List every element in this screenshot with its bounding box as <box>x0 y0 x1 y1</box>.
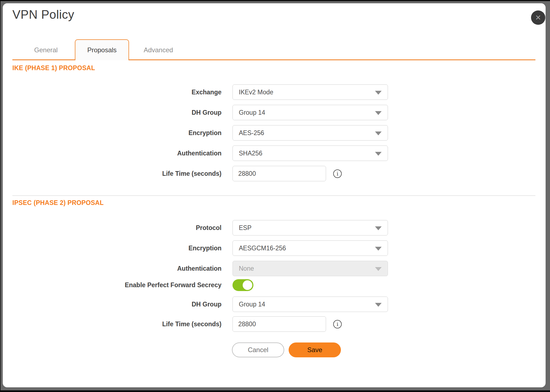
authentication-p2-label: Authentication <box>12 265 232 272</box>
form-row-protocol: Protocol ESP <box>12 220 425 235</box>
chevron-down-icon <box>375 303 382 307</box>
save-button-label: Save <box>307 346 322 354</box>
form-row-encryption-p2: Encryption AESGCM16-256 <box>12 240 425 256</box>
dh-group-p2-dropdown[interactable]: Group 14 <box>232 297 388 312</box>
form-row-dh-group-p2: DH Group Group 14 <box>12 297 425 312</box>
tab-general[interactable]: General <box>17 41 75 59</box>
exchange-label: Exchange <box>12 89 232 96</box>
form-row-pfs: Enable Perfect Forward Secrecy <box>12 279 425 291</box>
tab-proposals[interactable]: Proposals <box>75 39 129 60</box>
form-row-encryption-p1: Encryption AES-256 <box>12 125 425 141</box>
dh-group-p2-selected-value: Group 14 <box>239 301 265 308</box>
info-icon[interactable]: i <box>333 320 342 328</box>
chevron-down-icon <box>375 267 382 271</box>
pfs-label: Enable Perfect Forward Secrecy <box>12 281 232 289</box>
info-icon-glyph: i <box>336 321 338 327</box>
dh-group-p1-dropdown[interactable]: Group 14 <box>232 105 388 120</box>
pfs-toggle-on[interactable] <box>232 279 253 291</box>
exchange-selected-value: IKEv2 Mode <box>239 89 273 96</box>
chevron-down-icon <box>375 111 382 115</box>
lifetime-p1-input[interactable] <box>232 166 326 181</box>
protocol-selected-value: ESP <box>239 224 251 232</box>
lifetime-p2-label: Life Time (seconds) <box>12 320 232 328</box>
tab-advanced-label: Advanced <box>144 46 173 54</box>
dh-group-p1-selected-value: Group 14 <box>239 109 265 116</box>
close-icon[interactable]: ✕ <box>531 10 545 25</box>
close-icon-glyph: ✕ <box>535 14 541 21</box>
dh-group-p2-label: DH Group <box>12 301 232 308</box>
save-button[interactable]: Save <box>289 342 341 357</box>
encryption-p1-label: Encryption <box>12 129 232 137</box>
encryption-p1-dropdown[interactable]: AES-256 <box>232 125 388 141</box>
authentication-p2-selected-value: None <box>239 265 254 272</box>
tab-advanced[interactable]: Advanced <box>129 41 188 59</box>
info-icon-glyph: i <box>336 171 338 177</box>
page-title: VPN Policy <box>12 8 74 21</box>
chevron-down-icon <box>375 131 382 135</box>
form-row-dh-group-p1: DH Group Group 14 <box>12 105 425 120</box>
section-title-ipsec-phase2: IPSEC (PHASE 2) PROPOSAL <box>12 199 104 207</box>
authentication-p1-label: Authentication <box>12 150 232 157</box>
authentication-p1-selected-value: SHA256 <box>239 150 262 157</box>
form-row-exchange: Exchange IKEv2 Mode <box>12 84 425 100</box>
encryption-p2-label: Encryption <box>12 245 232 252</box>
cancel-button[interactable]: Cancel <box>232 342 284 357</box>
info-icon[interactable]: i <box>333 169 342 178</box>
lifetime-p1-label: Life Time (seconds) <box>12 170 232 177</box>
protocol-label: Protocol <box>12 224 232 232</box>
form-row-lifetime-p2: Life Time (seconds) i <box>12 316 425 332</box>
chevron-down-icon <box>375 226 382 230</box>
vpn-policy-dialog: VPN Policy General Proposals Advanced IK… <box>3 3 546 387</box>
chevron-down-icon <box>375 91 382 95</box>
lifetime-p2-input[interactable] <box>232 316 326 332</box>
form-row-authentication-p2: Authentication None <box>12 261 425 276</box>
cancel-button-label: Cancel <box>248 346 269 354</box>
tab-proposals-label: Proposals <box>87 46 117 54</box>
chevron-down-icon <box>375 247 382 251</box>
authentication-p2-dropdown-disabled: None <box>232 261 388 276</box>
toggle-knob <box>243 280 252 290</box>
authentication-p1-dropdown[interactable]: SHA256 <box>232 146 388 161</box>
encryption-p1-selected-value: AES-256 <box>239 129 264 137</box>
form-row-lifetime-p1: Life Time (seconds) i <box>12 166 425 181</box>
tab-general-label: General <box>34 46 58 54</box>
form-row-authentication-p1: Authentication SHA256 <box>12 146 425 161</box>
chevron-down-icon <box>375 152 382 156</box>
protocol-dropdown[interactable]: ESP <box>232 220 388 235</box>
encryption-p2-dropdown[interactable]: AESGCM16-256 <box>232 240 388 256</box>
exchange-dropdown[interactable]: IKEv2 Mode <box>232 84 388 100</box>
section-title-ike-phase1: IKE (PHASE 1) PROPOSAL <box>12 64 95 72</box>
encryption-p2-selected-value: AESGCM16-256 <box>239 245 286 252</box>
section-divider <box>12 195 535 196</box>
dh-group-p1-label: DH Group <box>12 109 232 116</box>
